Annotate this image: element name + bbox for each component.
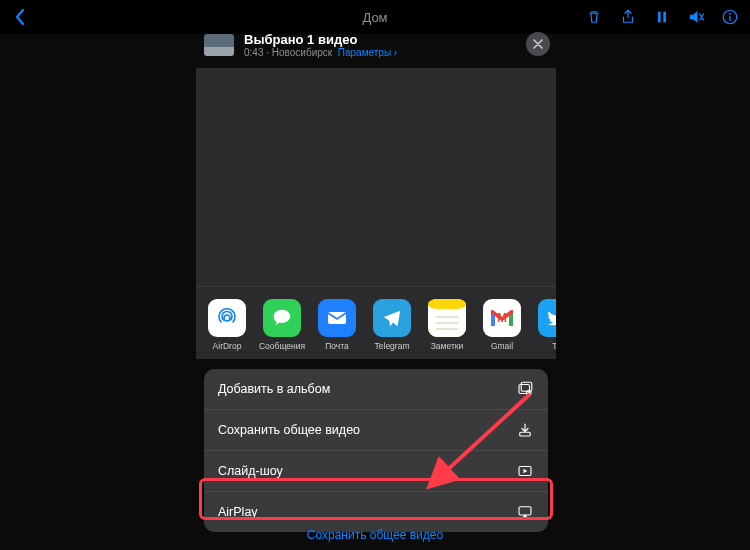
action-save[interactable]: Сохранить общее видео bbox=[204, 410, 548, 451]
airplay-icon bbox=[516, 503, 534, 521]
video-thumbnail bbox=[204, 34, 234, 56]
share-app-notes[interactable]: Заметки bbox=[426, 299, 468, 351]
mail-icon bbox=[318, 299, 356, 337]
share-app-label: Telegram bbox=[375, 341, 410, 351]
trash-icon[interactable] bbox=[584, 7, 604, 27]
share-app-label: Заметки bbox=[431, 341, 464, 351]
svg-rect-6 bbox=[328, 312, 346, 324]
actions-list: Добавить в альбомСохранить общее видеоСл… bbox=[204, 369, 548, 532]
share-app-message[interactable]: Сообщения bbox=[261, 299, 303, 351]
options-link[interactable]: Параметры bbox=[338, 47, 391, 58]
action-label: Сохранить общее видео bbox=[218, 423, 360, 437]
pause-icon[interactable] bbox=[652, 7, 672, 27]
svg-text:M: M bbox=[497, 311, 507, 325]
action-slideshow[interactable]: Слайд-шоу bbox=[204, 451, 548, 492]
save-icon bbox=[516, 421, 534, 439]
share-sheet: Выбрано 1 видео 0:43 · Новосибирск Парам… bbox=[196, 26, 556, 540]
share-app-label: Сообщения bbox=[259, 341, 305, 351]
chevron-right-icon: › bbox=[394, 47, 397, 58]
svg-rect-13 bbox=[519, 385, 530, 394]
album-icon bbox=[516, 380, 534, 398]
share-app-label: Почта bbox=[325, 341, 349, 351]
notes-icon bbox=[428, 299, 466, 337]
close-button[interactable] bbox=[526, 32, 550, 56]
svg-rect-18 bbox=[519, 507, 531, 515]
info-icon[interactable] bbox=[720, 7, 740, 27]
svg-rect-4 bbox=[729, 16, 731, 21]
svg-rect-16 bbox=[520, 432, 531, 436]
share-apps-row: AirDropСообщенияПочтаTelegramЗаметкиMGma… bbox=[196, 286, 556, 359]
svg-point-5 bbox=[224, 315, 230, 321]
share-app-airdrop[interactable]: AirDrop bbox=[206, 299, 248, 351]
share-app-label: Gmail bbox=[491, 341, 513, 351]
share-app-telegram[interactable]: Telegram bbox=[371, 299, 413, 351]
mute-icon[interactable] bbox=[686, 7, 706, 27]
share-app-label: AirDrop bbox=[213, 341, 242, 351]
back-button[interactable] bbox=[10, 7, 30, 27]
preview-area bbox=[196, 68, 556, 286]
share-app-twitter[interactable]: Tv bbox=[536, 299, 556, 351]
save-shared-video-link[interactable]: Сохранить общее видео bbox=[0, 528, 750, 542]
action-airplay[interactable]: AirPlay bbox=[204, 492, 548, 532]
share-app-label: Tv bbox=[552, 341, 556, 351]
share-icon[interactable] bbox=[618, 7, 638, 27]
share-app-mail[interactable]: Почта bbox=[316, 299, 358, 351]
action-album[interactable]: Добавить в альбом bbox=[204, 369, 548, 410]
airdrop-icon bbox=[208, 299, 246, 337]
svg-rect-1 bbox=[663, 12, 666, 23]
twitter-icon bbox=[538, 299, 556, 337]
svg-rect-0 bbox=[658, 12, 661, 23]
page-title: Дом bbox=[362, 10, 387, 25]
message-icon bbox=[263, 299, 301, 337]
slideshow-icon bbox=[516, 462, 534, 480]
sheet-subtitle: 0:43 · Новосибирск Параметры › bbox=[244, 47, 397, 58]
share-app-gmail[interactable]: MGmail bbox=[481, 299, 523, 351]
action-label: AirPlay bbox=[218, 505, 258, 519]
telegram-icon bbox=[373, 299, 411, 337]
action-label: Слайд-шоу bbox=[218, 464, 283, 478]
svg-rect-14 bbox=[521, 382, 532, 391]
sheet-title: Выбрано 1 видео bbox=[244, 32, 397, 47]
action-label: Добавить в альбом bbox=[218, 382, 330, 396]
svg-point-3 bbox=[729, 13, 731, 15]
svg-rect-8 bbox=[428, 299, 466, 309]
gmail-icon: M bbox=[483, 299, 521, 337]
